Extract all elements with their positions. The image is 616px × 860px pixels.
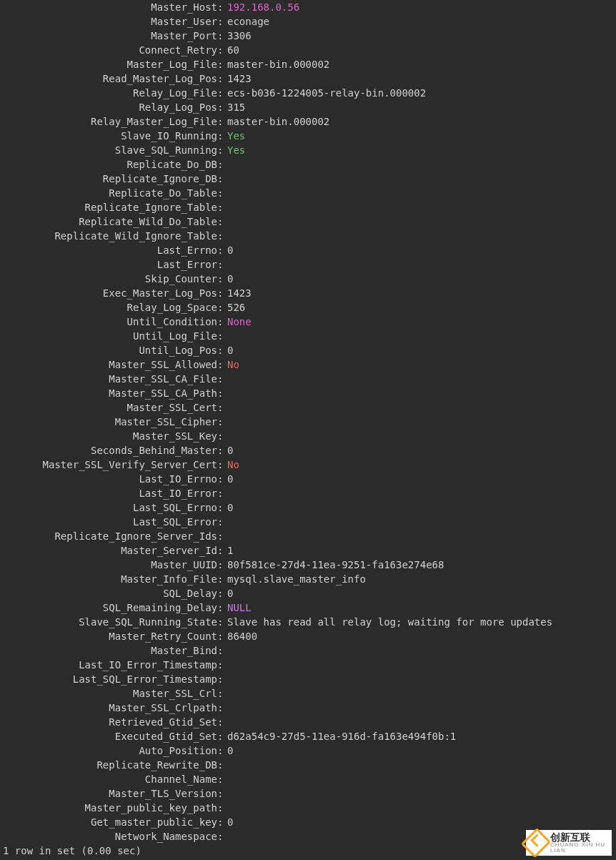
terminal-output: Master_Host:192.168.0.56Master_User:econ… [0,0,616,844]
label-separator: : [217,357,224,372]
status-value: 3306 [224,29,613,43]
status-row: Replicate_Ignore_DB: [3,172,613,186]
status-row: Exec_Master_Log_Pos:1423 [3,286,613,300]
status-value [224,329,613,343]
status-row: Master_SSL_Crlpath: [3,701,613,715]
status-label: Master_Retry_Count [3,629,217,643]
status-row: Master_SSL_Allowed:No [3,357,613,372]
label-separator: : [217,14,224,29]
status-label: Network_Namespace [3,829,217,844]
status-label: Master_SSL_Verify_Server_Cert [3,458,217,472]
status-label: Replicate_Wild_Ignore_Table [3,229,217,243]
label-separator: : [217,586,224,600]
status-value: 1 [224,543,613,558]
status-row: Last_SQL_Errno:0 [3,500,613,515]
status-row: Master_Bind: [3,643,613,658]
label-separator: : [217,600,224,615]
status-row: Master_SSL_Crl: [3,686,613,701]
label-separator: : [217,729,224,743]
status-label: Slave_IO_Running [3,129,217,143]
status-row: Slave_SQL_Running:Yes [3,143,613,157]
status-label: Master_public_key_path [3,801,217,815]
status-row: Master_SSL_Cert: [3,400,613,415]
status-value [224,257,613,272]
status-row: Until_Log_File: [3,329,613,343]
status-label: Master_SSL_CA_Path [3,386,217,400]
label-separator: : [217,643,224,658]
status-value: econage [224,14,613,29]
label-separator: : [217,701,224,715]
status-label: Last_IO_Error_Timestamp [3,658,217,672]
status-row: Master_Retry_Count:86400 [3,629,613,643]
status-value: No [224,357,613,372]
label-separator: : [217,486,224,500]
status-row: Skip_Counter:0 [3,272,613,286]
status-value [224,172,613,186]
status-row: Last_IO_Errno:0 [3,472,613,486]
status-value: 60 [224,43,613,57]
status-value: mysql.slave_master_info [224,572,613,586]
status-value [224,429,613,443]
status-row: Replicate_Ignore_Server_Ids: [3,529,613,543]
label-separator: : [217,743,224,758]
status-label: SQL_Remaining_Delay [3,600,217,615]
label-separator: : [217,658,224,672]
status-row: Master_SSL_Cipher: [3,415,613,429]
label-separator: : [217,243,224,257]
status-label: Replicate_Wild_Do_Table [3,214,217,229]
status-row: Replicate_Wild_Do_Table: [3,214,613,229]
label-separator: : [217,129,224,143]
status-label: Last_SQL_Error [3,515,217,529]
status-value [224,643,613,658]
label-separator: : [217,386,224,400]
status-row: Seconds_Behind_Master:0 [3,443,613,458]
status-label: Retrieved_Gtid_Set [3,715,217,729]
status-value [224,486,613,500]
label-separator: : [217,329,224,343]
label-separator: : [217,443,224,458]
status-label: Read_Master_Log_Pos [3,71,217,86]
status-row: SQL_Delay:0 [3,586,613,600]
status-label: Skip_Counter [3,272,217,286]
status-value: 0 [224,815,613,829]
status-label: Last_SQL_Error_Timestamp [3,672,217,686]
label-separator: : [217,801,224,815]
status-value [224,214,613,229]
status-row: Last_SQL_Error: [3,515,613,529]
status-label: Master_Port [3,29,217,43]
status-row: Replicate_Wild_Ignore_Table: [3,229,613,243]
label-separator: : [217,343,224,357]
status-label: Get_master_public_key [3,815,217,829]
status-label: Master_SSL_Cipher [3,415,217,429]
status-row: Slave_IO_Running:Yes [3,129,613,143]
label-separator: : [217,214,224,229]
status-label: Master_Host [3,0,217,14]
status-value [224,186,613,200]
status-value: 0 [224,243,613,257]
status-row: Replicate_Rewrite_DB: [3,758,613,772]
status-row: Last_IO_Error_Timestamp: [3,658,613,672]
status-label: SQL_Delay [3,586,217,600]
status-row: Replicate_Do_DB: [3,157,613,172]
status-label: Channel_Name [3,772,217,786]
status-row: Get_master_public_key:0 [3,815,613,829]
logo-text-sub: CHUANG XIN HU LIAN [550,842,612,854]
status-row: Master_Server_Id:1 [3,543,613,558]
label-separator: : [217,143,224,157]
status-value: master-bin.000002 [224,57,613,71]
label-separator: : [217,186,224,200]
status-value: 86400 [224,629,613,643]
status-label: Master_Info_File [3,572,217,586]
status-label: Relay_Log_File [3,86,217,100]
status-value: Yes [224,143,613,157]
status-row: Master_Host:192.168.0.56 [3,0,613,14]
status-value [224,515,613,529]
status-value [224,701,613,715]
status-value [224,758,613,772]
status-value [224,229,613,243]
status-row: SQL_Remaining_Delay:NULL [3,600,613,615]
label-separator: : [217,715,224,729]
status-label: Until_Log_File [3,329,217,343]
status-value [224,786,613,801]
label-separator: : [217,315,224,329]
